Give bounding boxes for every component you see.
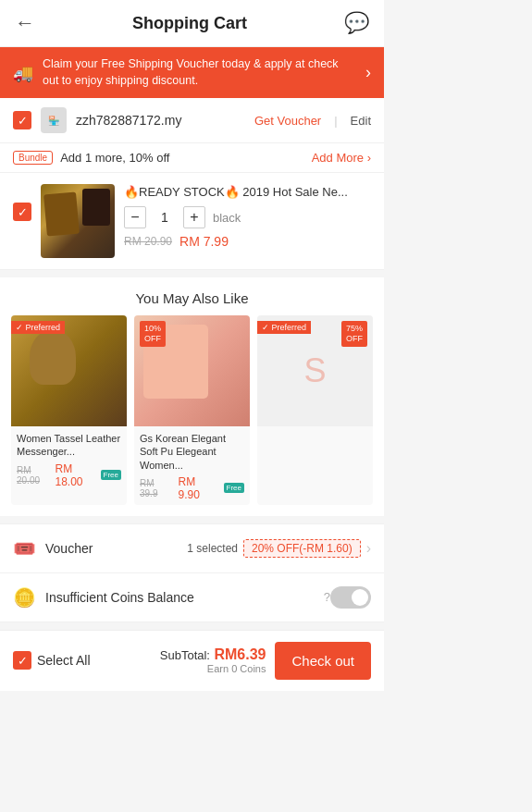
voucher-selected-count: 1 selected [187, 542, 238, 555]
ymal-item-1-name: Women Tassel Leather Messenger... [17, 432, 121, 459]
cart-item: ✓ 🔥READY STOCK🔥 2019 Hot Sale Ne... − 1 … [0, 173, 384, 270]
coins-row: 🪙 Insufficient Coins Balance ? [0, 573, 384, 622]
ymal-item-1-price: RM 20.00 RM 18.00 Free [17, 462, 121, 488]
free-shipping-badge-1: Free [101, 470, 121, 480]
item-details: 🔥READY STOCK🔥 2019 Hot Sale Ne... − 1 + … [124, 184, 371, 249]
seller-row: ✓ 🏪 zzh782887172.my Get Voucher | Edit [0, 98, 384, 143]
checkout-button[interactable]: Check out [275, 642, 371, 680]
banner-arrow-icon: › [365, 63, 371, 82]
truck-icon: 🚚 [13, 63, 33, 83]
item-image [41, 184, 115, 258]
ymal-item-2-image: 10%OFF [134, 315, 250, 426]
quantity-value: 1 [154, 210, 176, 225]
ymal-item-1-image: ✓ Preferred [11, 315, 127, 426]
subtotal-amount: RM6.39 [214, 646, 266, 662]
voucher-label: Voucher [45, 541, 187, 556]
voucher-icon: 🎟️ [13, 537, 36, 560]
shopee-logo: S [303, 351, 326, 390]
item-price-row: RM 20.90 RM 7.99 [124, 234, 371, 249]
header: ← Shopping Cart 💬 [0, 0, 384, 47]
get-voucher-link[interactable]: Get Voucher [254, 114, 321, 128]
ymal-item-3-image: S ✓ Preferred 75%OFF [257, 315, 373, 426]
select-all-checkbox[interactable]: ✓ [13, 651, 31, 670]
ymal-item-1-info: Women Tassel Leather Messenger... RM 20.… [11, 426, 127, 492]
voucher-value: 20% OFF(-RM 1.60) [243, 539, 361, 558]
preferred-badge-1: ✓ Preferred [11, 321, 65, 334]
seller-avatar: 🏪 [41, 107, 67, 133]
back-icon[interactable]: ← [15, 11, 35, 35]
ymal-item-1[interactable]: ✓ Preferred Women Tassel Leather Messeng… [11, 315, 127, 505]
seller-divider: | [334, 114, 337, 128]
ymal-item-1-original-price: RM 20.00 [17, 465, 52, 486]
shipping-banner[interactable]: 🚚 Claim your Free Shipping Voucher today… [0, 47, 384, 98]
discount-badge-3: 75%OFF [341, 321, 367, 347]
bundle-badge: Bundle [13, 151, 53, 165]
shipping-banner-text: Claim your Free Shipping Voucher today &… [43, 56, 356, 89]
subtotal-row: SubTotal: RM6.39 [160, 646, 266, 663]
coins-label: Insufficient Coins Balance [45, 590, 320, 605]
ymal-item-3-info [257, 426, 373, 452]
ymal-item-2-sale-price: RM 9.90 [179, 475, 220, 501]
subtotal-label: SubTotal: [160, 648, 210, 662]
item-sale-price: RM 7.99 [179, 234, 229, 249]
earn-coins-text: Earn 0 Coins [160, 663, 266, 674]
message-icon[interactable]: 💬 [344, 11, 369, 35]
ymal-item-1-sale-price: RM 18.00 [56, 462, 97, 488]
preferred-badge-3: ✓ Preferred [257, 321, 311, 334]
ymal-item-3[interactable]: S ✓ Preferred 75%OFF [257, 315, 373, 505]
bundle-bar: Bundle Add 1 more, 10% off Add More › [0, 143, 384, 173]
discount-badge-2: 10%OFF [140, 321, 166, 347]
subtotal-section: SubTotal: RM6.39 Earn 0 Coins [160, 646, 266, 674]
coins-question-icon[interactable]: ? [324, 590, 330, 604]
voucher-arrow-icon: › [366, 540, 371, 557]
quantity-decrease-button[interactable]: − [124, 206, 146, 228]
edit-button[interactable]: Edit [351, 114, 371, 128]
coins-toggle[interactable] [330, 586, 371, 609]
ymal-item-2-price: RM 39.9 RM 9.90 Free [140, 475, 244, 501]
quantity-increase-button[interactable]: + [183, 206, 205, 228]
item-variant: black [213, 211, 241, 225]
item-checkbox[interactable]: ✓ [13, 203, 31, 221]
ymal-item-3-name [263, 432, 367, 445]
bundle-text: Add 1 more, 10% off [60, 151, 304, 165]
page-title: Shopping Cart [132, 14, 247, 33]
seller-name: zzh782887172.my [76, 113, 245, 128]
ymal-header: You May Also Like [0, 277, 384, 315]
seller-checkbox[interactable]: ✓ [13, 111, 31, 129]
ymal-item-2[interactable]: 10%OFF Gs Korean Elegant Soft Pu Elegean… [134, 315, 250, 505]
item-variant-row: − 1 + black [124, 206, 371, 228]
item-name: 🔥READY STOCK🔥 2019 Hot Sale Ne... [124, 184, 371, 201]
ymal-item-2-info: Gs Korean Elegant Soft Pu Elegeant Women… [134, 426, 250, 505]
ymal-item-2-original-price: RM 39.9 [140, 478, 175, 498]
free-shipping-badge-2: Free [224, 483, 244, 493]
ymal-item-2-name: Gs Korean Elegant Soft Pu Elegeant Women… [140, 432, 244, 472]
add-more-button[interactable]: Add More › [312, 151, 371, 165]
item-original-price: RM 20.90 [124, 235, 172, 248]
coins-icon: 🪙 [13, 586, 36, 609]
ymal-grid: ✓ Preferred Women Tassel Leather Messeng… [0, 315, 384, 516]
ymal-section: You May Also Like ✓ Preferred Women Tass… [0, 277, 384, 516]
select-all-label: Select All [37, 653, 160, 668]
bottom-bar: ✓ Select All SubTotal: RM6.39 Earn 0 Coi… [0, 630, 384, 691]
voucher-row[interactable]: 🎟️ Voucher 1 selected 20% OFF(-RM 1.60) … [0, 523, 384, 573]
